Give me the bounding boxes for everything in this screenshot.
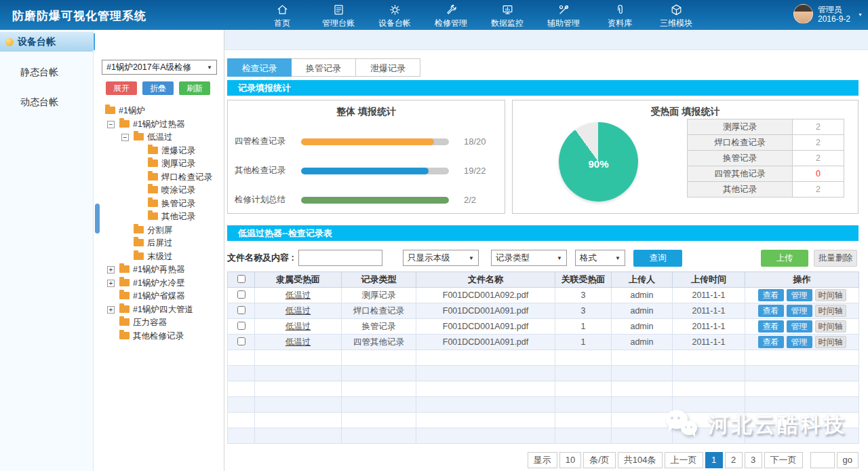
nav-item-repair-management[interactable]: 检修管理 (432, 2, 470, 29)
tab-explosion-records[interactable]: 泄爆记录 (356, 58, 420, 77)
tree-node[interactable]: 其他记录 (95, 210, 222, 224)
tree-node-label[interactable]: #1锅炉省煤器 (133, 291, 184, 301)
tree-node[interactable]: +#1锅炉四大管道 (95, 303, 222, 317)
stat-value: 2 (793, 182, 844, 197)
format-select[interactable]: 格式▼ (575, 250, 625, 266)
tree-node[interactable]: 后屏过 (95, 237, 222, 250)
tree-node-label[interactable]: #1锅炉水冷壁 (133, 278, 184, 288)
tree-node[interactable]: 喷涂记录 (95, 184, 222, 197)
go-button[interactable]: go (837, 452, 859, 468)
nav-item-home[interactable]: 首页 (263, 2, 301, 29)
row-checkbox[interactable] (237, 322, 245, 330)
tree-node[interactable]: 测厚记录 (95, 157, 222, 171)
row-checkbox[interactable] (237, 290, 245, 299)
collapse-node-icon[interactable]: − (121, 134, 129, 141)
query-button[interactable]: 查询 (633, 250, 682, 267)
tree-node[interactable]: 换管记录 (95, 197, 222, 211)
tab-inspection-records[interactable]: 检查记录 (227, 58, 292, 77)
row-checkbox[interactable] (237, 337, 245, 345)
refresh-button[interactable]: 刷新 (179, 81, 210, 95)
nav-item-data-monitor[interactable]: 数据监控 (488, 2, 526, 29)
view-button[interactable]: 查看 (758, 305, 784, 317)
tree-node[interactable]: 压力容器 (95, 316, 222, 330)
sidebar-item-dynamic-ledger[interactable]: 动态台帐 (0, 92, 93, 111)
surface-link[interactable]: 低温过 (285, 322, 311, 331)
sidebar-item-equipment-ledger[interactable]: 设备台帐 (0, 32, 93, 52)
sidebar-item-static-ledger[interactable]: 静态台帐 (0, 62, 93, 81)
page-button-3[interactable]: 3 (745, 452, 762, 468)
tree-node-label[interactable]: 分割屏 (147, 225, 173, 235)
tree-node-label[interactable]: #1锅炉过热器 (133, 119, 184, 129)
batch-delete-button[interactable]: 批量删除 (814, 250, 857, 267)
tree-node[interactable]: +#1锅炉水冷壁 (95, 277, 222, 290)
tree-node[interactable]: 泄爆记录 (95, 145, 222, 158)
tree-node[interactable]: 其他检修记录 (95, 330, 222, 343)
timeline-button[interactable]: 时间轴 (815, 320, 846, 333)
tree-node-label[interactable]: 低温过 (147, 132, 173, 142)
view-button[interactable]: 查看 (758, 289, 784, 301)
expand-button[interactable]: 展开 (106, 81, 137, 95)
tree-node[interactable]: #1锅炉 (95, 105, 222, 118)
row-checkbox[interactable] (237, 306, 245, 314)
upload-button[interactable]: 上传 (761, 250, 808, 267)
expand-node-icon[interactable]: + (107, 280, 115, 287)
tree-node-label[interactable]: #1锅炉 (119, 106, 145, 115)
select-all-checkbox[interactable] (237, 275, 245, 283)
tree-node[interactable]: 焊口检查记录 (95, 171, 222, 185)
page-button-2[interactable]: 2 (725, 452, 743, 468)
file-name-input[interactable] (298, 250, 382, 266)
expand-node-icon[interactable]: + (107, 266, 115, 274)
manage-button[interactable]: 管理 (787, 336, 812, 348)
timeline-button[interactable]: 时间轴 (815, 305, 846, 317)
prev-page-button[interactable]: 上一页 (665, 452, 703, 468)
manage-button[interactable]: 管理 (787, 320, 812, 333)
collapse-node-icon[interactable]: − (107, 121, 115, 128)
tree-node-label[interactable]: 换管记录 (161, 199, 195, 208)
tree-node-label[interactable]: 后屏过 (147, 238, 173, 248)
tree-node-label[interactable]: 末级过 (147, 252, 173, 261)
collapse-button[interactable]: 折叠 (142, 81, 174, 95)
user-menu[interactable]: 管理员 2016-9-2 (793, 4, 850, 24)
tree-node-label[interactable]: 泄爆记录 (161, 146, 195, 155)
expand-node-icon[interactable]: + (107, 306, 115, 314)
nav-item-repository[interactable]: 资料库 (601, 2, 639, 29)
tree-scrollbar-thumb[interactable] (95, 204, 100, 233)
scope-select[interactable]: 只显示本级▼ (403, 250, 479, 266)
manage-button[interactable]: 管理 (787, 305, 812, 317)
tree-node[interactable]: #1锅炉省煤器 (95, 290, 222, 303)
tree-node-label[interactable]: 焊口检查记录 (161, 172, 212, 182)
nav-item-aux-management[interactable]: 辅助管理 (545, 2, 583, 29)
tree-node[interactable]: +#1锅炉再热器 (95, 263, 222, 277)
next-page-button[interactable]: 下一页 (764, 452, 803, 468)
tree-node-label[interactable]: 压力容器 (133, 318, 167, 327)
surface-link[interactable]: 低温过 (285, 290, 311, 300)
tree-node[interactable]: 末级过 (95, 250, 222, 264)
view-button[interactable]: 查看 (758, 336, 784, 348)
timeline-button[interactable]: 时间轴 (815, 336, 846, 348)
nav-item-management-ledger[interactable]: 管理台账 (319, 2, 357, 29)
overhaul-select[interactable]: #1锅炉2017年A级检修 ▼ (102, 60, 217, 75)
tab-tube-replacement-records[interactable]: 换管记录 (292, 58, 356, 77)
tree-node[interactable]: 分割屏 (95, 224, 222, 238)
timeline-button[interactable]: 时间轴 (815, 289, 846, 301)
user-dropdown-caret-icon[interactable]: ▼ (858, 12, 863, 17)
nav-item-equipment-ledger[interactable]: 设备台帐 (376, 2, 414, 29)
tree-node-label[interactable]: 其他记录 (161, 212, 195, 221)
tree-node[interactable]: −#1锅炉过热器 (95, 118, 222, 132)
nav-item-3d-module[interactable]: 三维模块 (657, 2, 695, 29)
view-button[interactable]: 查看 (758, 320, 784, 333)
tree-node-label[interactable]: 喷涂记录 (161, 185, 195, 195)
tree-node-label[interactable]: #1锅炉再热器 (133, 265, 184, 274)
tree-node-label[interactable]: 其他检修记录 (133, 331, 184, 341)
surface-link[interactable]: 低温过 (285, 306, 311, 316)
page-button-1[interactable]: 1 (705, 452, 723, 468)
page-goto-input[interactable] (810, 452, 835, 468)
tree-node[interactable]: −低温过 (95, 131, 222, 145)
page-size-select[interactable]: 10 (559, 452, 581, 468)
tree-node-label[interactable]: 测厚记录 (161, 159, 195, 168)
manage-button[interactable]: 管理 (787, 289, 812, 301)
record-type-select[interactable]: 记录类型▼ (491, 250, 567, 266)
sidebar-item-label: 静态台帐 (20, 67, 58, 77)
surface-link[interactable]: 低温过 (285, 337, 311, 347)
tree-node-label[interactable]: #1锅炉四大管道 (133, 305, 193, 314)
